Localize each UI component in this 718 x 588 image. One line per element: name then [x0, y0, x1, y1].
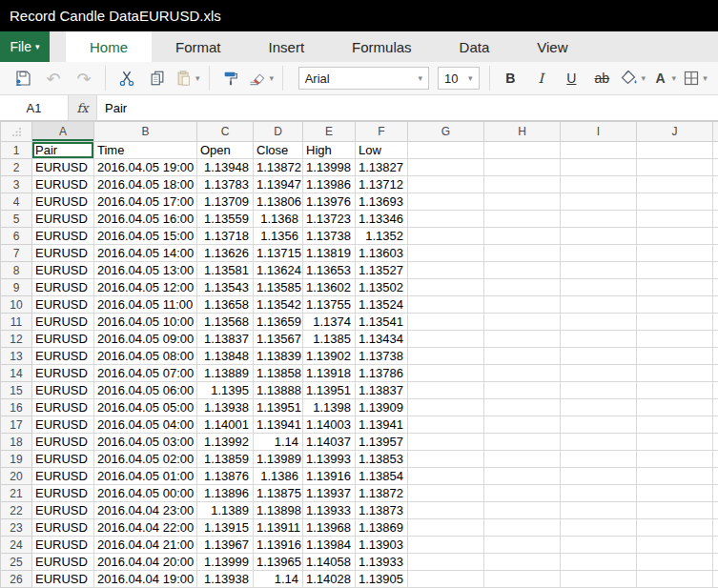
cell-B12[interactable]: 2016.04.05 09:00 — [94, 331, 197, 348]
cell-B1[interactable]: Time — [94, 142, 197, 159]
cell-G9[interactable] — [408, 279, 484, 296]
cell-B7[interactable]: 2016.04.05 14:00 — [94, 245, 197, 262]
cell-A16[interactable]: EURUSD — [32, 399, 94, 416]
col-header-B[interactable]: B — [94, 122, 197, 142]
cell-C9[interactable]: 1.13543 — [197, 279, 254, 296]
cell-A12[interactable]: EURUSD — [32, 331, 94, 348]
cell-H5[interactable] — [484, 211, 561, 228]
strikethrough-button[interactable]: ab — [590, 66, 613, 91]
cell-G14[interactable] — [408, 365, 484, 382]
cell-D2[interactable]: 1.13872 — [254, 159, 303, 176]
cell-A20[interactable]: EURUSD — [32, 468, 94, 485]
cell-I6[interactable] — [561, 228, 637, 245]
cell-A1[interactable]: Pair — [32, 142, 94, 159]
cell-H15[interactable] — [484, 382, 561, 399]
cell-A14[interactable]: EURUSD — [32, 365, 94, 382]
cell-I17[interactable] — [561, 416, 637, 434]
cell-D14[interactable]: 1.13858 — [254, 365, 303, 382]
row-header-3[interactable]: 3 — [1, 176, 32, 193]
cell-B22[interactable]: 2016.04.04 23:00 — [94, 502, 197, 519]
cell-I4[interactable] — [561, 193, 637, 211]
cell-E2[interactable]: 1.13998 — [303, 159, 356, 176]
cell-D10[interactable]: 1.13542 — [254, 296, 303, 314]
cell-J18[interactable] — [637, 434, 713, 451]
redo-button[interactable]: ↷ — [72, 66, 95, 91]
cell-D6[interactable]: 1.1356 — [254, 228, 303, 245]
cell-H9[interactable] — [484, 279, 561, 296]
cell-B10[interactable]: 2016.04.05 11:00 — [94, 296, 197, 314]
cell-F5[interactable]: 1.13346 — [356, 211, 408, 228]
cell-I16[interactable] — [561, 399, 637, 416]
cell-J21[interactable] — [637, 485, 713, 502]
cell-I14[interactable] — [561, 365, 637, 382]
cell-B24[interactable]: 2016.04.04 21:00 — [94, 537, 197, 554]
cell-H2[interactable] — [484, 159, 561, 176]
cell-J15[interactable] — [637, 382, 713, 399]
row-header-18[interactable]: 18 — [1, 434, 32, 451]
cell-F9[interactable]: 1.13502 — [356, 279, 408, 296]
cell-E7[interactable]: 1.13819 — [303, 245, 356, 262]
cell-D26[interactable]: 1.14 — [254, 571, 303, 588]
cell-D23[interactable]: 1.13911 — [254, 519, 303, 537]
cell-I12[interactable] — [561, 331, 637, 348]
cell-C13[interactable]: 1.13848 — [197, 348, 254, 365]
cell-D20[interactable]: 1.1386 — [254, 468, 303, 485]
cell-D13[interactable]: 1.13839 — [254, 348, 303, 365]
cell-J16[interactable] — [637, 399, 713, 416]
cell-H19[interactable] — [484, 451, 561, 468]
cell-A2[interactable]: EURUSD — [32, 159, 94, 176]
cell-G16[interactable] — [408, 399, 484, 416]
cell-B15[interactable]: 2016.04.05 06:00 — [94, 382, 197, 399]
cell-A6[interactable]: EURUSD — [32, 228, 94, 245]
cell-E13[interactable]: 1.13902 — [303, 348, 356, 365]
cell-F11[interactable]: 1.13541 — [356, 314, 408, 331]
cell-J20[interactable] — [637, 468, 713, 485]
cell-B3[interactable]: 2016.04.05 18:00 — [94, 176, 197, 193]
cell-E11[interactable]: 1.1374 — [303, 314, 356, 331]
cell-H7[interactable] — [484, 245, 561, 262]
cell-C25[interactable]: 1.13999 — [197, 554, 254, 571]
cell-D11[interactable]: 1.13659 — [254, 314, 303, 331]
cell-D15[interactable]: 1.13888 — [254, 382, 303, 399]
cell-C3[interactable]: 1.13783 — [197, 176, 254, 193]
cell-A18[interactable]: EURUSD — [32, 434, 94, 451]
cell-F14[interactable]: 1.13786 — [356, 365, 408, 382]
cell-C6[interactable]: 1.13718 — [197, 228, 254, 245]
cell-I2[interactable] — [561, 159, 637, 176]
cell-B19[interactable]: 2016.04.05 02:00 — [94, 451, 197, 468]
cell-H16[interactable] — [484, 399, 561, 416]
cell-G23[interactable] — [408, 519, 484, 537]
cell-C11[interactable]: 1.13568 — [197, 314, 254, 331]
cell-J7[interactable] — [637, 245, 713, 262]
tab-view[interactable]: View — [513, 31, 591, 62]
cell-J4[interactable] — [637, 193, 713, 211]
cell-E18[interactable]: 1.14037 — [303, 434, 356, 451]
cell-A13[interactable]: EURUSD — [32, 348, 94, 365]
borders-button[interactable]: ▾ — [684, 66, 707, 91]
cell-F7[interactable]: 1.13603 — [356, 245, 408, 262]
cell-H3[interactable] — [484, 176, 561, 193]
cell-G12[interactable] — [408, 331, 484, 348]
cell-J3[interactable] — [637, 176, 713, 193]
cell-J24[interactable] — [637, 537, 713, 554]
row-header-14[interactable]: 14 — [1, 365, 32, 382]
cell-J17[interactable] — [637, 416, 713, 434]
cell-G5[interactable] — [408, 211, 484, 228]
clear-format-button[interactable]: ▾ — [250, 66, 273, 91]
cell-B6[interactable]: 2016.04.05 15:00 — [94, 228, 197, 245]
row-header-16[interactable]: 16 — [1, 399, 32, 416]
cell-D5[interactable]: 1.1368 — [254, 211, 303, 228]
cell-A15[interactable]: EURUSD — [32, 382, 94, 399]
cell-F6[interactable]: 1.1352 — [356, 228, 408, 245]
cell-I1[interactable] — [561, 142, 637, 159]
cell-A23[interactable]: EURUSD — [32, 519, 94, 537]
cell-J26[interactable] — [637, 571, 713, 588]
cell-F22[interactable]: 1.13873 — [356, 502, 408, 519]
cut-button[interactable] — [115, 66, 138, 91]
tab-format[interactable]: Format — [152, 31, 245, 62]
cell-I10[interactable] — [561, 296, 637, 314]
cell-B14[interactable]: 2016.04.05 07:00 — [94, 365, 197, 382]
row-header-19[interactable]: 19 — [1, 451, 32, 468]
cell-C5[interactable]: 1.13559 — [197, 211, 254, 228]
cell-C4[interactable]: 1.13709 — [197, 193, 254, 211]
